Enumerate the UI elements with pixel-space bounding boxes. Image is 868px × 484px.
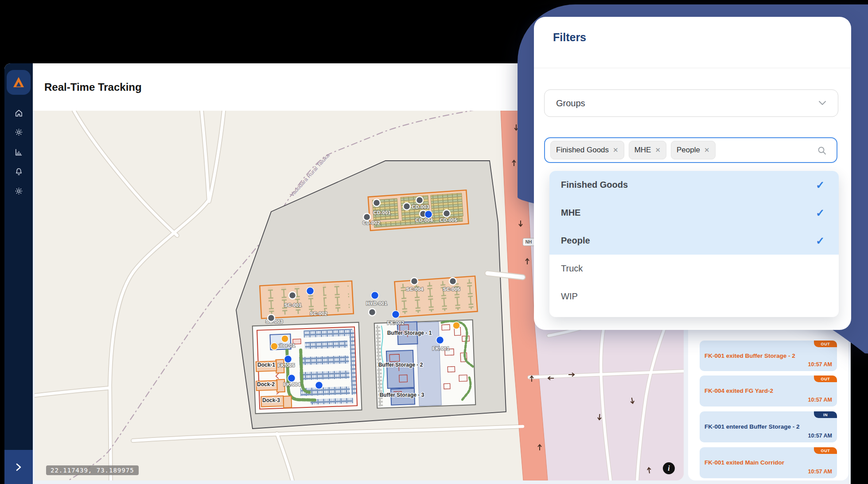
event-time: 10:57 AM [808,433,832,439]
divider [534,68,851,68]
check-icon: ✓ [816,179,825,191]
option-label: Truck [561,263,583,274]
check-icon: ✓ [816,235,825,247]
event-card[interactable]: INFK-001 entered Buffer Storage - 210:57… [700,411,837,442]
dropdown-option[interactable]: Finished Goods✓ [549,171,839,199]
dropdown-option[interactable]: People✓ [549,227,839,255]
svg-text:SC-002: SC-002 [310,311,327,316]
svg-text:Dock-1: Dock-1 [257,362,275,368]
option-label: MHE [561,208,580,218]
svg-text:FK-005: FK-005 [278,363,295,368]
sidebar-item-admin-settings[interactable] [13,186,24,196]
svg-text:HYD-001: HYD-001 [366,301,387,306]
sidebar-item-analytics[interactable] [13,147,24,157]
zone-sc-east [394,276,477,317]
dropdown-option[interactable]: Truck [549,255,839,283]
groups-dropdown: Finished Goods✓MHE✓People✓TruckWIP [549,171,839,317]
sidebar [4,63,33,484]
event-direction-badge: OUT [814,376,837,382]
check-icon: ✓ [816,207,825,219]
chevron-right-icon [15,462,22,472]
chip-label: Finished Goods [556,146,609,155]
svg-text:FK-001: FK-001 [432,346,450,351]
chip-remove-icon[interactable]: ✕ [613,146,619,154]
page-title: Real-Time Tracking [44,63,142,111]
bell-icon [15,167,23,176]
svg-text:SC-001: SC-001 [284,302,302,308]
option-label: WIP [561,291,578,302]
svg-text:Buffer Storage - 1: Buffer Storage - 1 [387,330,432,336]
event-time: 10:57 AM [808,397,832,403]
svg-text:SC-005: SC-005 [443,287,461,292]
filter-chip[interactable]: People✕ [671,141,716,159]
filter-chip[interactable]: Finished Goods✕ [550,141,624,159]
svg-text:Buffer Storage - 2: Buffer Storage - 2 [378,362,423,368]
svg-text:CD-001: CD-001 [373,210,391,215]
svg-text:Buffer Storage - 3: Buffer Storage - 3 [380,392,424,398]
svg-text:CD-004: CD-004 [415,217,433,223]
chip-remove-icon[interactable]: ✕ [655,146,661,154]
filter-chip[interactable]: MHE✕ [629,141,666,159]
modal-title: Filters [553,31,586,44]
svg-text:Dock-2: Dock-2 [257,381,275,387]
logo-triangle-icon [11,75,26,90]
event-text: FK-004 exited FG Yard-2 [705,387,833,394]
app-logo[interactable] [7,70,31,95]
option-label: People [561,236,590,246]
svg-text:Dock-3: Dock-3 [262,397,280,403]
svg-text:SC-004: SC-004 [406,287,424,292]
event-direction-badge: IN [814,411,837,418]
sidebar-item-settings[interactable] [13,127,24,137]
svg-text:CD-002: CD-002 [362,220,380,225]
event-text: FK-001 exited Main Corridor [705,459,833,466]
bar-chart-icon [15,148,23,156]
group-filter-input[interactable]: Finished Goods✕MHE✕People✕ [544,137,837,163]
event-direction-badge: OUT [814,447,837,454]
svg-text:CD-003: CD-003 [412,204,429,209]
chip-label: People [677,146,700,155]
sidebar-item-notifications[interactable] [13,166,24,177]
dropdown-option[interactable]: MHE✓ [549,199,839,227]
zone-sc-west [260,281,354,319]
svg-text:CD-005: CD-005 [440,217,457,223]
filters-modal: Filters Groups Finished Goods✕MHE✕People… [534,17,851,330]
chip-label: MHE [634,146,651,155]
map-info-button[interactable]: i [663,462,675,474]
chip-remove-icon[interactable]: ✕ [704,146,710,154]
groups-select-label: Groups [556,98,585,108]
svg-text:FK-002: FK-002 [387,320,404,325]
event-text: FK-001 entered Buffer Storage - 2 [705,423,833,430]
gear-icon [15,187,23,195]
map-coordinates: 22.117439, 73.189975 [46,465,139,475]
event-card[interactable]: OUTFK-001 exited Main Corridor10:57 AM [700,447,837,478]
groups-select[interactable]: Groups [544,89,838,117]
option-label: Finished Goods [561,180,628,190]
search-icon [817,146,827,155]
selected-chips: Finished Goods✕MHE✕People✕ [550,141,716,159]
svg-text:FK-004: FK-004 [284,382,301,387]
event-card[interactable]: OUTFK-004 exited FG Yard-210:57 AM [700,376,837,407]
chevron-down-icon [818,101,826,105]
sidebar-item-home[interactable] [13,108,24,118]
sidebar-expand-button[interactable] [4,450,33,484]
dropdown-option[interactable]: WIP [549,283,839,310]
gear-icon [15,128,23,136]
event-time: 10:57 AM [808,469,832,475]
home-icon [15,109,23,117]
